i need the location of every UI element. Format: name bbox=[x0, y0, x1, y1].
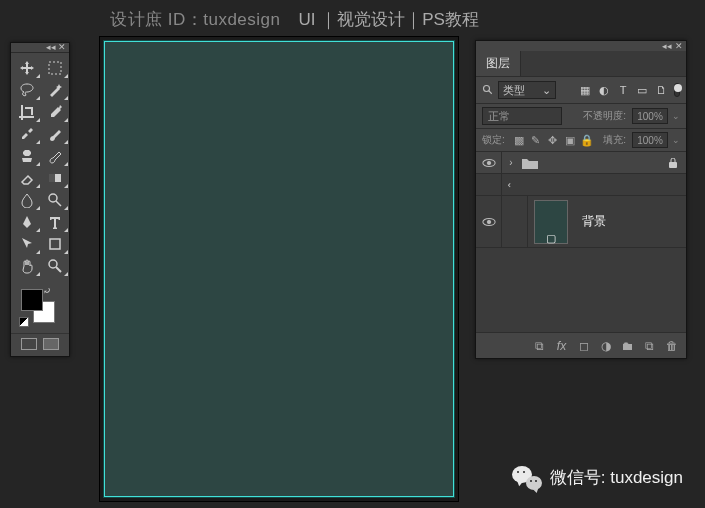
lock-position-icon[interactable]: ✥ bbox=[547, 134, 559, 146]
chevron-down-icon: ⌄ bbox=[542, 84, 551, 97]
wechat-icon bbox=[512, 464, 542, 490]
layer-filter-row: 类型 ⌄ ▦ ◐ T ▭ 🗋 bbox=[476, 76, 686, 104]
opacity-input[interactable]: 100% bbox=[632, 108, 668, 124]
close-icon[interactable]: ✕ bbox=[675, 41, 683, 51]
move-tool[interactable] bbox=[13, 57, 41, 79]
layer-thumbnail[interactable]: ▢ bbox=[534, 200, 568, 244]
collapse-left-icon[interactable]: ◂◂ bbox=[662, 41, 672, 51]
folder-icon bbox=[522, 157, 538, 169]
layer-artboard-row[interactable]: ⌄ bbox=[476, 174, 686, 196]
svg-line-9 bbox=[489, 91, 492, 94]
filter-toggle[interactable] bbox=[674, 83, 680, 97]
chevron-right-icon[interactable]: › bbox=[502, 157, 520, 168]
path-select-tool[interactable] bbox=[13, 233, 41, 255]
header-tags: UI ｜视觉设计｜PS教程 bbox=[299, 8, 479, 31]
filter-pixel-icon[interactable]: ▦ bbox=[578, 83, 592, 97]
default-colors-icon[interactable] bbox=[19, 317, 29, 327]
lock-icon bbox=[668, 158, 678, 168]
search-icon[interactable] bbox=[482, 84, 494, 96]
visibility-toggle[interactable] bbox=[476, 196, 502, 247]
adjustment-layer-icon[interactable]: ◑ bbox=[599, 339, 612, 352]
watermark-header: 设计庶 ID：tuxdesign UI ｜视觉设计｜PS教程 bbox=[0, 8, 705, 31]
dodge-tool[interactable] bbox=[41, 189, 69, 211]
eraser-tool[interactable] bbox=[13, 167, 41, 189]
fill-input[interactable]: 100% bbox=[632, 132, 668, 148]
new-group-icon[interactable]: 🖿 bbox=[621, 339, 634, 352]
filter-shape-icon[interactable]: ▭ bbox=[635, 83, 649, 97]
chevron-down-icon[interactable]: ⌄ bbox=[672, 135, 680, 145]
magic-wand-tool[interactable] bbox=[41, 79, 69, 101]
lock-brush-icon[interactable]: ✎ bbox=[530, 134, 542, 146]
chevron-down-icon[interactable]: ⌄ bbox=[506, 176, 517, 194]
collapse-left-icon[interactable]: ◂◂ bbox=[46, 43, 56, 52]
color-swatches[interactable]: ⤾ bbox=[17, 285, 63, 329]
layer-mask-icon[interactable]: ◻ bbox=[577, 339, 590, 352]
hand-tool[interactable] bbox=[13, 255, 41, 277]
filter-smart-icon[interactable]: 🗋 bbox=[654, 83, 668, 97]
crop-tool[interactable] bbox=[13, 101, 41, 123]
layer-name[interactable]: 背景 bbox=[582, 213, 606, 230]
pen-tool[interactable] bbox=[13, 211, 41, 233]
filter-type-label: 类型 bbox=[503, 83, 525, 98]
filter-adjust-icon[interactable]: ◐ bbox=[597, 83, 611, 97]
filter-type-select[interactable]: 类型 ⌄ bbox=[498, 81, 556, 99]
delete-layer-icon[interactable]: 🗑 bbox=[665, 339, 678, 352]
layer-fx-icon[interactable]: fx bbox=[555, 339, 568, 352]
new-layer-icon[interactable]: ⧉ bbox=[643, 339, 656, 352]
blend-mode-select[interactable]: 正常 bbox=[482, 107, 562, 125]
eyedropper-tool[interactable] bbox=[41, 101, 69, 123]
lock-row: 锁定: ▩ ✎ ✥ ▣ 🔒 填充: 100% ⌄ bbox=[476, 129, 686, 152]
layer-list: › ⌄ ▢ 背景 bbox=[476, 152, 686, 332]
svg-point-6 bbox=[49, 260, 57, 268]
zoom-tool[interactable] bbox=[41, 255, 69, 277]
screen-mode-full[interactable] bbox=[43, 338, 59, 350]
clone-stamp-tool[interactable] bbox=[13, 145, 41, 167]
visibility-toggle[interactable] bbox=[476, 174, 502, 195]
svg-point-14 bbox=[487, 220, 491, 224]
svg-point-8 bbox=[484, 86, 490, 92]
brush-tool[interactable] bbox=[41, 123, 69, 145]
tool-grid bbox=[11, 53, 69, 281]
toolbox-header[interactable]: ◂◂ ✕ bbox=[11, 43, 69, 53]
lock-artboard-icon[interactable]: ▣ bbox=[564, 134, 576, 146]
filter-type-icon[interactable]: T bbox=[616, 83, 630, 97]
chevron-down-icon[interactable]: ⌄ bbox=[672, 111, 680, 121]
lock-pixels-icon[interactable]: ▩ bbox=[513, 134, 525, 146]
svg-line-4 bbox=[56, 201, 61, 206]
quickmask-row bbox=[11, 333, 69, 356]
toolbox-panel: ◂◂ ✕ ⤾ bbox=[10, 42, 70, 357]
lasso-tool[interactable] bbox=[13, 79, 41, 101]
type-tool[interactable] bbox=[41, 211, 69, 233]
blend-mode-label: 正常 bbox=[488, 109, 510, 124]
close-icon[interactable]: ✕ bbox=[58, 43, 66, 52]
link-column bbox=[502, 196, 528, 247]
canvas-area[interactable] bbox=[104, 41, 454, 497]
lock-all-icon[interactable]: 🔒 bbox=[581, 134, 593, 146]
blend-mode-row: 正常 不透明度: 100% ⌄ bbox=[476, 104, 686, 129]
history-brush-tool[interactable] bbox=[41, 145, 69, 167]
layers-tabs: 图层 bbox=[476, 51, 686, 76]
svg-rect-2 bbox=[49, 174, 55, 182]
wechat-watermark: 微信号: tuxdesign bbox=[512, 464, 683, 490]
svg-rect-0 bbox=[49, 62, 61, 74]
marquee-tool[interactable] bbox=[41, 57, 69, 79]
svg-rect-12 bbox=[669, 162, 677, 168]
svg-rect-5 bbox=[50, 239, 60, 249]
swap-colors-icon[interactable]: ⤾ bbox=[43, 285, 51, 296]
healing-brush-tool[interactable] bbox=[13, 123, 41, 145]
shape-tool[interactable] bbox=[41, 233, 69, 255]
visibility-toggle[interactable] bbox=[476, 152, 502, 173]
svg-line-7 bbox=[56, 267, 61, 272]
tab-layers[interactable]: 图层 bbox=[476, 51, 521, 76]
layer-group-row[interactable]: › bbox=[476, 152, 686, 174]
link-layers-icon[interactable]: ⧉ bbox=[533, 339, 546, 352]
svg-point-3 bbox=[49, 194, 57, 202]
layers-panel-header[interactable]: ◂◂ ✕ bbox=[476, 41, 686, 51]
screen-mode-standard[interactable] bbox=[21, 338, 37, 350]
author-id: tuxdesign bbox=[203, 10, 280, 29]
layer-background-row[interactable]: ▢ 背景 bbox=[476, 196, 686, 248]
blur-tool[interactable] bbox=[13, 189, 41, 211]
foreground-swatch[interactable] bbox=[21, 289, 43, 311]
layers-panel: ◂◂ ✕ 图层 类型 ⌄ ▦ ◐ T ▭ 🗋 正常 不透明度: 100% ⌄ 锁… bbox=[475, 40, 687, 359]
gradient-tool[interactable] bbox=[41, 167, 69, 189]
